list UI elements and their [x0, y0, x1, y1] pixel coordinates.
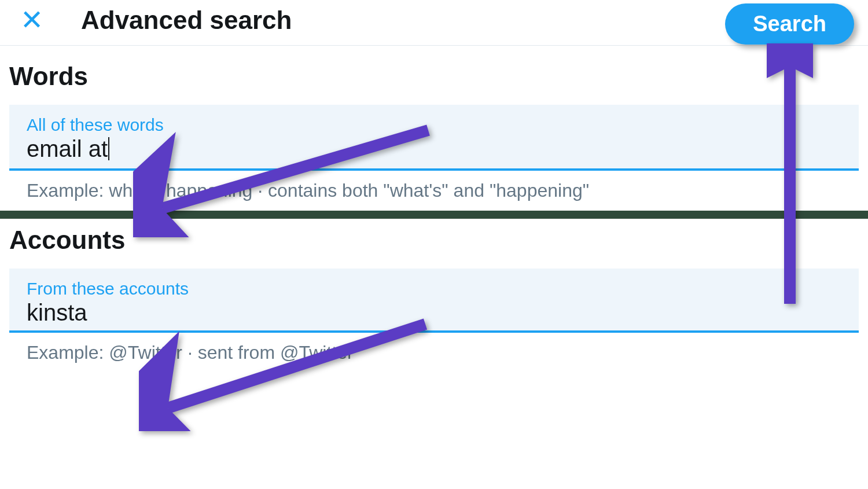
section-title-words: Words	[0, 62, 868, 105]
close-icon[interactable]: ✕	[20, 6, 43, 34]
all-words-text: email at	[27, 136, 108, 161]
search-button[interactable]: Search	[725, 3, 854, 45]
section-words: Words All of these words email at Exampl…	[0, 46, 868, 211]
all-words-example: Example: what's happening · contains bot…	[9, 171, 859, 211]
section-title-accounts: Accounts	[0, 226, 868, 269]
all-words-input[interactable]: All of these words email at	[9, 105, 859, 171]
section-divider	[0, 211, 868, 219]
all-words-label: All of these words	[27, 115, 838, 135]
header: ✕ Advanced search Search	[0, 0, 868, 46]
from-accounts-example: Example: @Twitter · sent from @Twitter	[9, 333, 859, 373]
section-accounts: Accounts From these accounts kinsta Exam…	[0, 219, 868, 373]
from-accounts-value: kinsta	[27, 300, 87, 326]
from-accounts-input[interactable]: From these accounts kinsta	[9, 269, 859, 333]
all-words-value: email at	[27, 136, 109, 164]
page-title: Advanced search	[81, 6, 292, 35]
text-cursor	[108, 137, 109, 160]
from-accounts-label: From these accounts	[27, 279, 838, 299]
